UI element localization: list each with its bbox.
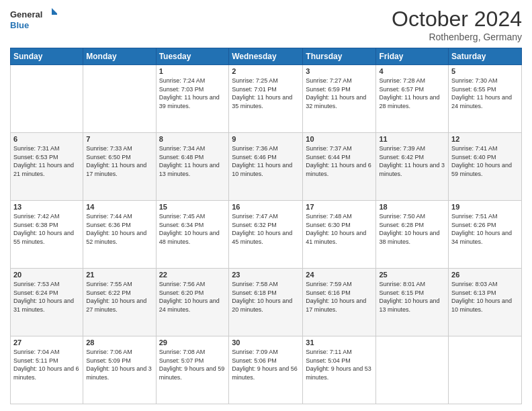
header: General Blue October 2024 Rothenberg, Ge…	[10, 7, 522, 42]
day-info: Sunrise: 7:55 AMSunset: 6:22 PMDaylight:…	[86, 280, 152, 314]
logo: General Blue	[10, 7, 57, 34]
month-title: October 2024	[392, 7, 522, 32]
cell-2-4: 17 Sunrise: 7:48 AMSunset: 6:30 PMDaylig…	[303, 201, 376, 269]
cell-3-6: 26 Sunrise: 8:03 AMSunset: 6:13 PMDaylig…	[449, 269, 522, 336]
day-info: Sunrise: 7:31 AMSunset: 6:53 PMDaylight:…	[13, 144, 80, 178]
header-tuesday: Tuesday	[156, 48, 229, 65]
day-number: 21	[86, 271, 152, 279]
cell-3-2: 22 Sunrise: 7:56 AMSunset: 6:20 PMDaylig…	[156, 269, 229, 336]
cell-4-6	[449, 336, 522, 404]
cell-4-5	[376, 336, 449, 404]
day-info: Sunrise: 7:06 AMSunset: 5:09 PMDaylight:…	[86, 348, 152, 381]
day-number: 3	[306, 67, 373, 75]
day-number: 28	[86, 338, 152, 347]
day-info: Sunrise: 7:39 AMSunset: 6:42 PMDaylight:…	[379, 144, 445, 178]
day-info: Sunrise: 7:09 AMSunset: 5:06 PMDaylight:…	[232, 348, 300, 381]
cell-3-4: 24 Sunrise: 7:59 AMSunset: 6:16 PMDaylig…	[303, 269, 376, 336]
day-number: 1	[159, 67, 226, 75]
cell-4-1: 28 Sunrise: 7:06 AMSunset: 5:09 PMDaylig…	[83, 336, 156, 404]
day-info: Sunrise: 7:51 AMSunset: 6:26 PMDaylight:…	[451, 212, 519, 246]
cell-1-3: 9 Sunrise: 7:36 AMSunset: 6:46 PMDayligh…	[229, 133, 303, 201]
cell-1-5: 11 Sunrise: 7:39 AMSunset: 6:42 PMDaylig…	[376, 133, 449, 201]
cell-3-3: 23 Sunrise: 7:58 AMSunset: 6:18 PMDaylig…	[229, 269, 303, 336]
weekday-header-row: Sunday Monday Tuesday Wednesday Thursday…	[11, 48, 522, 65]
week-row-2: 13 Sunrise: 7:42 AMSunset: 6:38 PMDaylig…	[11, 201, 522, 269]
day-info: Sunrise: 7:44 AMSunset: 6:36 PMDaylight:…	[86, 212, 152, 246]
cell-2-5: 18 Sunrise: 7:50 AMSunset: 6:28 PMDaylig…	[376, 201, 449, 269]
day-number: 7	[86, 135, 152, 143]
svg-text:General: General	[10, 9, 42, 19]
cell-0-6: 5 Sunrise: 7:30 AMSunset: 6:55 PMDayligh…	[449, 65, 522, 133]
day-number: 19	[451, 203, 519, 211]
cell-4-4: 31 Sunrise: 7:11 AMSunset: 5:04 PMDaylig…	[303, 336, 376, 404]
day-number: 16	[232, 203, 300, 211]
header-friday: Friday	[376, 48, 449, 65]
day-number: 27	[13, 338, 80, 347]
day-info: Sunrise: 7:41 AMSunset: 6:40 PMDaylight:…	[451, 144, 519, 178]
day-number: 2	[232, 67, 300, 75]
cell-2-6: 19 Sunrise: 7:51 AMSunset: 6:26 PMDaylig…	[449, 201, 522, 269]
day-info: Sunrise: 7:59 AMSunset: 6:16 PMDaylight:…	[306, 280, 373, 314]
header-saturday: Saturday	[449, 48, 522, 65]
day-info: Sunrise: 7:56 AMSunset: 6:20 PMDaylight:…	[159, 280, 226, 314]
header-thursday: Thursday	[303, 48, 376, 65]
day-number: 5	[451, 67, 519, 75]
cell-2-3: 16 Sunrise: 7:47 AMSunset: 6:32 PMDaylig…	[229, 201, 303, 269]
day-info: Sunrise: 7:34 AMSunset: 6:48 PMDaylight:…	[159, 144, 226, 178]
cell-0-3: 2 Sunrise: 7:25 AMSunset: 7:01 PMDayligh…	[229, 65, 303, 133]
header-sunday: Sunday	[11, 48, 83, 65]
day-number: 26	[451, 271, 519, 279]
cell-4-3: 30 Sunrise: 7:09 AMSunset: 5:06 PMDaylig…	[229, 336, 303, 404]
week-row-4: 27 Sunrise: 7:04 AMSunset: 5:11 PMDaylig…	[11, 336, 522, 404]
day-info: Sunrise: 7:28 AMSunset: 6:57 PMDaylight:…	[379, 77, 445, 110]
day-info: Sunrise: 8:01 AMSunset: 6:15 PMDaylight:…	[379, 280, 445, 314]
day-number: 20	[13, 271, 80, 279]
day-number: 25	[379, 271, 445, 279]
week-row-0: 1 Sunrise: 7:24 AMSunset: 7:03 PMDayligh…	[11, 65, 522, 133]
svg-marker-2	[52, 8, 57, 15]
cell-1-2: 8 Sunrise: 7:34 AMSunset: 6:48 PMDayligh…	[156, 133, 229, 201]
day-info: Sunrise: 7:27 AMSunset: 6:59 PMDaylight:…	[306, 77, 373, 110]
day-info: Sunrise: 7:04 AMSunset: 5:11 PMDaylight:…	[13, 348, 80, 381]
cell-3-0: 20 Sunrise: 7:53 AMSunset: 6:24 PMDaylig…	[11, 269, 83, 336]
logo-svg: General Blue	[10, 7, 57, 34]
day-info: Sunrise: 7:37 AMSunset: 6:44 PMDaylight:…	[306, 144, 373, 178]
day-number: 29	[159, 338, 226, 347]
day-number: 11	[379, 135, 445, 143]
day-info: Sunrise: 7:50 AMSunset: 6:28 PMDaylight:…	[379, 212, 445, 246]
day-info: Sunrise: 7:47 AMSunset: 6:32 PMDaylight:…	[232, 212, 300, 246]
day-info: Sunrise: 7:30 AMSunset: 6:55 PMDaylight:…	[451, 77, 519, 110]
cell-0-5: 4 Sunrise: 7:28 AMSunset: 6:57 PMDayligh…	[376, 65, 449, 133]
calendar-page: General Blue October 2024 Rothenberg, Ge…	[0, 0, 532, 411]
day-info: Sunrise: 7:25 AMSunset: 7:01 PMDaylight:…	[232, 77, 300, 110]
header-monday: Monday	[83, 48, 156, 65]
location-subtitle: Rothenberg, Germany	[392, 32, 522, 42]
day-number: 31	[306, 338, 373, 347]
calendar-table: Sunday Monday Tuesday Wednesday Thursday…	[10, 48, 522, 404]
day-number: 13	[13, 203, 80, 211]
day-info: Sunrise: 7:53 AMSunset: 6:24 PMDaylight:…	[13, 280, 80, 314]
cell-0-0	[11, 65, 83, 133]
day-number: 8	[159, 135, 226, 143]
day-info: Sunrise: 7:33 AMSunset: 6:50 PMDaylight:…	[86, 144, 152, 178]
day-info: Sunrise: 7:36 AMSunset: 6:46 PMDaylight:…	[232, 144, 300, 178]
day-info: Sunrise: 7:48 AMSunset: 6:30 PMDaylight:…	[306, 212, 373, 246]
cell-1-6: 12 Sunrise: 7:41 AMSunset: 6:40 PMDaylig…	[449, 133, 522, 201]
day-info: Sunrise: 7:58 AMSunset: 6:18 PMDaylight:…	[232, 280, 300, 314]
cell-3-5: 25 Sunrise: 8:01 AMSunset: 6:15 PMDaylig…	[376, 269, 449, 336]
day-info: Sunrise: 7:24 AMSunset: 7:03 PMDaylight:…	[159, 77, 226, 110]
cell-0-4: 3 Sunrise: 7:27 AMSunset: 6:59 PMDayligh…	[303, 65, 376, 133]
svg-text:Blue: Blue	[10, 20, 29, 30]
day-number: 12	[451, 135, 519, 143]
day-number: 9	[232, 135, 300, 143]
cell-0-2: 1 Sunrise: 7:24 AMSunset: 7:03 PMDayligh…	[156, 65, 229, 133]
day-number: 15	[159, 203, 226, 211]
day-number: 30	[232, 338, 300, 347]
day-info: Sunrise: 8:03 AMSunset: 6:13 PMDaylight:…	[451, 280, 519, 314]
cell-3-1: 21 Sunrise: 7:55 AMSunset: 6:22 PMDaylig…	[83, 269, 156, 336]
week-row-3: 20 Sunrise: 7:53 AMSunset: 6:24 PMDaylig…	[11, 269, 522, 336]
cell-4-0: 27 Sunrise: 7:04 AMSunset: 5:11 PMDaylig…	[11, 336, 83, 404]
day-number: 23	[232, 271, 300, 279]
day-info: Sunrise: 7:42 AMSunset: 6:38 PMDaylight:…	[13, 212, 80, 246]
day-number: 22	[159, 271, 226, 279]
